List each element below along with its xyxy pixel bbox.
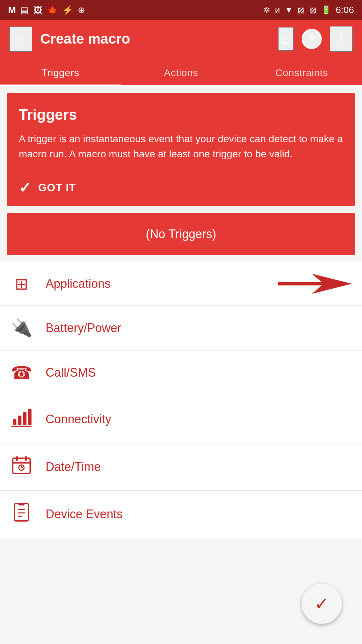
list-item-device-events[interactable]: Device Events [0, 491, 362, 538]
device-events-label: Device Events [46, 507, 353, 521]
call-sms-label: Call/SMS [46, 366, 353, 380]
time-display: 6:06 [336, 5, 354, 15]
sim-icon: ▤ [20, 5, 29, 15]
help-button[interactable]: ? [302, 29, 322, 49]
date-time-icon [9, 455, 34, 478]
got-it-label: GOT IT [38, 181, 76, 194]
triggers-card-divider [19, 171, 343, 171]
date-time-label: Date/Time [46, 460, 353, 474]
list-item-date-time[interactable]: Date/Time [0, 443, 362, 491]
triggers-card-title: Triggers [19, 106, 343, 123]
image-icon: 🖼 [34, 5, 42, 15]
list-item-applications[interactable]: ⊞ Applications [0, 262, 362, 306]
vpn-icon: ⊕ [78, 5, 85, 15]
list-item-battery-power[interactable]: 🔌 Battery/Power [0, 306, 362, 351]
applications-icon: ⊞ [9, 274, 34, 293]
svg-rect-4 [28, 409, 32, 425]
arrow-annotation [278, 270, 352, 297]
more-options-button[interactable]: ⋮ [330, 26, 353, 52]
flash-icon: ⚡ [62, 5, 73, 15]
got-it-button[interactable]: ✓ GOT IT [19, 179, 76, 196]
nfc-icon: ᴎ [275, 5, 280, 15]
leaf-icon: 🍁 [47, 5, 58, 15]
tab-triggers[interactable]: Triggers [0, 58, 121, 85]
svg-rect-7 [16, 456, 18, 461]
main-content: Triggers A trigger is an instantaneous e… [0, 86, 362, 262]
status-bar-left-icons: M ▤ 🖼 🍁 ⚡ ⊕ [8, 5, 85, 15]
device-events-icon [9, 503, 34, 526]
back-button[interactable]: ← [9, 26, 32, 52]
bluetooth-icon: ✲ [263, 5, 270, 15]
connectivity-label: Connectivity [46, 412, 353, 426]
connectivity-icon [9, 407, 34, 431]
svg-rect-1 [13, 419, 16, 425]
status-bar-right-icons: ✲ ᴎ ▼ ▨ ▨ 🔋 6:06 [263, 5, 354, 15]
svg-rect-14 [18, 503, 24, 505]
svg-rect-3 [23, 412, 26, 425]
svg-rect-5 [11, 426, 32, 427]
wifi-icon: ▼ [285, 5, 293, 15]
fab-button[interactable]: ✓ [302, 584, 342, 624]
tab-bar: Triggers Actions Constraints [0, 58, 362, 86]
list-item-connectivity[interactable]: Connectivity [0, 395, 362, 443]
app-bar: ← Create macro ⌕ ? ⋮ [0, 20, 362, 58]
svg-rect-2 [18, 416, 21, 425]
signal-icon: ▨ [298, 6, 305, 14]
battery-power-icon: 🔌 [9, 318, 34, 338]
no-triggers-button[interactable]: (No Triggers) [7, 213, 355, 255]
svg-rect-8 [25, 456, 27, 461]
trigger-categories-list: ⊞ Applications 🔌 Battery/Power ☎ Call/SM… [0, 262, 362, 538]
page-title: Create macro [40, 31, 270, 47]
triggers-card-description: A trigger is an instantaneous event that… [19, 131, 343, 161]
battery-icon: 🔋 [321, 5, 331, 15]
tab-actions[interactable]: Actions [121, 58, 241, 85]
call-sms-icon: ☎ [9, 363, 34, 383]
triggers-info-card: Triggers A trigger is an instantaneous e… [7, 93, 355, 206]
signal2-icon: ▨ [309, 6, 316, 14]
search-button[interactable]: ⌕ [278, 27, 294, 51]
status-bar: M ▤ 🖼 🍁 ⚡ ⊕ ✲ ᴎ ▼ ▨ ▨ 🔋 6:06 [0, 0, 362, 20]
list-item-call-sms[interactable]: ☎ Call/SMS [0, 351, 362, 395]
svg-rect-13 [14, 503, 28, 521]
moto-icon: M [8, 5, 16, 15]
fab-check-icon: ✓ [314, 594, 329, 614]
battery-power-label: Battery/Power [46, 321, 353, 335]
tab-constraints[interactable]: Constraints [241, 58, 362, 85]
svg-marker-0 [278, 274, 352, 294]
got-it-check-icon: ✓ [19, 179, 32, 196]
